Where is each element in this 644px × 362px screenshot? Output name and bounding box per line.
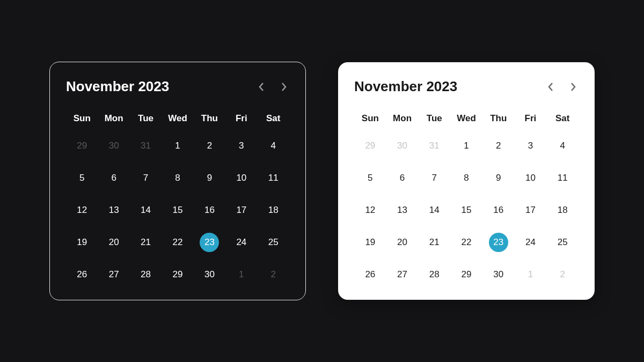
weekday-label: Thu (482, 110, 515, 127)
day-cell[interactable]: 2 (194, 135, 225, 157)
day-cell-muted[interactable]: 31 (130, 135, 162, 157)
weekday-label: Sun (354, 110, 386, 127)
day-cell[interactable]: 26 (66, 263, 98, 286)
day-grid: 2930311234567891011121314151617181920212… (354, 135, 579, 286)
day-cell[interactable]: 10 (225, 167, 257, 189)
weekday-label: Thu (194, 110, 225, 127)
weekday-label: Tue (130, 110, 162, 127)
day-cell-muted[interactable]: 31 (418, 135, 450, 157)
day-cell-muted[interactable]: 29 (354, 135, 386, 157)
day-cell-muted[interactable]: 1 (515, 263, 547, 286)
day-cell[interactable]: 2 (482, 135, 515, 157)
chevron-right-icon (570, 82, 576, 92)
day-cell-muted[interactable]: 2 (258, 263, 289, 286)
next-month-button[interactable] (279, 80, 289, 94)
day-cell[interactable]: 27 (98, 263, 129, 286)
day-cell[interactable]: 16 (482, 199, 515, 221)
day-cell-muted[interactable]: 29 (66, 135, 98, 157)
day-cell[interactable]: 16 (194, 199, 225, 221)
day-cell[interactable]: 14 (418, 199, 450, 221)
nav-buttons (256, 80, 289, 94)
weekday-label: Tue (418, 110, 450, 127)
day-cell[interactable]: 8 (162, 167, 193, 189)
day-cell-muted[interactable]: 1 (225, 263, 257, 286)
day-cell[interactable]: 25 (546, 231, 579, 254)
calendar-light: November 2023 SunMonTueWedThuFriSat 2930… (338, 62, 595, 300)
day-cell[interactable]: 15 (162, 199, 193, 221)
calendar-header: November 2023 (354, 78, 579, 95)
calendar-title: November 2023 (354, 78, 457, 95)
day-cell[interactable]: 1 (450, 135, 482, 157)
weekday-label: Fri (515, 110, 547, 127)
day-cell[interactable]: 30 (194, 263, 225, 286)
day-cell[interactable]: 18 (546, 199, 579, 221)
day-cell[interactable]: 5 (354, 167, 386, 189)
day-cell[interactable]: 14 (130, 199, 162, 221)
day-cell[interactable]: 11 (258, 167, 289, 189)
day-cell[interactable]: 21 (130, 231, 162, 254)
day-cell[interactable]: 17 (515, 199, 547, 221)
weekday-row: SunMonTueWedThuFriSat (354, 110, 579, 127)
day-cell[interactable]: 1 (162, 135, 193, 157)
weekday-label: Wed (450, 110, 482, 127)
weekday-label: Wed (162, 110, 193, 127)
day-cell[interactable]: 29 (450, 263, 482, 286)
day-cell[interactable]: 11 (546, 167, 579, 189)
day-cell[interactable]: 24 (515, 231, 547, 254)
day-cell[interactable]: 27 (386, 263, 419, 286)
day-cell[interactable]: 25 (258, 231, 289, 254)
day-cell[interactable]: 15 (450, 199, 482, 221)
nav-buttons (545, 80, 579, 94)
chevron-left-icon (258, 82, 265, 92)
day-cell-selected[interactable]: 23 (194, 231, 225, 254)
day-cell[interactable]: 19 (66, 231, 98, 254)
day-cell[interactable]: 9 (194, 167, 225, 189)
day-cell[interactable]: 17 (225, 199, 257, 221)
next-month-button[interactable] (568, 80, 579, 94)
prev-month-button[interactable] (256, 80, 267, 94)
day-cell[interactable]: 26 (354, 263, 386, 286)
day-cell[interactable]: 20 (98, 231, 129, 254)
day-cell[interactable]: 13 (98, 199, 129, 221)
day-cell[interactable]: 20 (386, 231, 419, 254)
day-cell-muted[interactable]: 2 (546, 263, 579, 286)
day-cell[interactable]: 22 (450, 231, 482, 254)
day-cell[interactable]: 12 (354, 199, 386, 221)
day-cell-selected[interactable]: 23 (482, 231, 515, 254)
day-cell[interactable]: 22 (162, 231, 193, 254)
day-grid: 2930311234567891011121314151617181920212… (66, 135, 289, 286)
day-cell[interactable]: 5 (66, 167, 98, 189)
day-cell-muted[interactable]: 30 (386, 135, 419, 157)
day-cell[interactable]: 21 (418, 231, 450, 254)
weekday-label: Mon (386, 110, 419, 127)
day-cell[interactable]: 12 (66, 199, 98, 221)
weekday-label: Mon (98, 110, 129, 127)
day-cell[interactable]: 8 (450, 167, 482, 189)
day-cell[interactable]: 18 (258, 199, 289, 221)
day-cell[interactable]: 3 (515, 135, 547, 157)
day-cell[interactable]: 4 (258, 135, 289, 157)
day-cell-muted[interactable]: 30 (98, 135, 129, 157)
calendar-header: November 2023 (66, 78, 289, 95)
day-cell[interactable]: 3 (225, 135, 257, 157)
day-cell[interactable]: 10 (515, 167, 547, 189)
day-cell[interactable]: 4 (546, 135, 579, 157)
day-cell[interactable]: 6 (98, 167, 129, 189)
day-cell[interactable]: 30 (482, 263, 515, 286)
day-cell[interactable]: 6 (386, 167, 419, 189)
day-cell[interactable]: 7 (130, 167, 162, 189)
day-cell[interactable]: 19 (354, 231, 386, 254)
weekday-label: Sat (258, 110, 289, 127)
day-cell[interactable]: 13 (386, 199, 419, 221)
day-cell[interactable]: 29 (162, 263, 193, 286)
day-cell[interactable]: 28 (130, 263, 162, 286)
chevron-left-icon (547, 82, 554, 92)
prev-month-button[interactable] (545, 80, 556, 94)
day-cell[interactable]: 28 (418, 263, 450, 286)
calendar-title: November 2023 (66, 78, 169, 95)
day-cell[interactable]: 7 (418, 167, 450, 189)
weekday-label: Sun (66, 110, 98, 127)
day-cell[interactable]: 9 (482, 167, 515, 189)
day-cell[interactable]: 24 (225, 231, 257, 254)
calendar-dark: November 2023 SunMonTueWedThuFriSat 2930… (49, 62, 306, 300)
